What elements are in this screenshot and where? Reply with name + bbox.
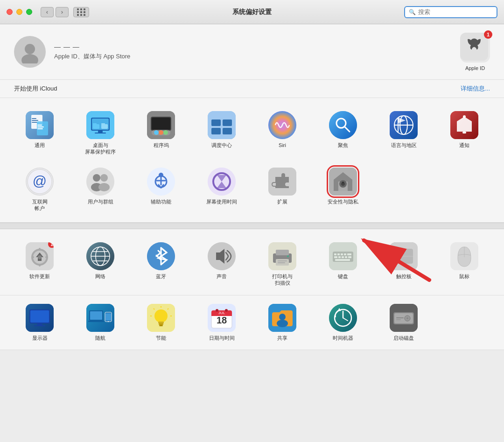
pref-grid-row1: 通用 桌面与 屏幕保护程序	[9, 107, 495, 159]
svg-rect-95	[278, 262, 285, 263]
svg-line-133	[168, 309, 168, 309]
pref-item-timemachine[interactable]: 时间机器	[313, 300, 373, 345]
apple-id-info: — — — Apple ID、媒体与 App Store	[54, 43, 130, 61]
svg-rect-103	[347, 253, 351, 255]
section-divider	[0, 223, 504, 229]
svg-rect-5	[32, 118, 36, 119]
svg-rect-32	[223, 128, 232, 134]
language-icon	[390, 111, 418, 139]
pref-item-internet[interactable]: @ 互联网 帐户	[9, 164, 70, 216]
pref-item-desktop[interactable]: 桌面与 屏幕保护程序	[70, 107, 131, 159]
screentime-icon	[208, 168, 236, 196]
pref-item-dock[interactable]: 程序坞	[131, 107, 191, 159]
back-button[interactable]: ‹	[41, 7, 54, 17]
svg-text:18: 18	[217, 315, 227, 325]
pref-grid-row2: @ 互联网 帐户 用户与群组	[9, 164, 495, 216]
svg-point-51	[98, 183, 110, 191]
pref-item-notifications[interactable]: 通知	[434, 107, 495, 159]
svg-rect-117	[30, 310, 49, 323]
pref-item-mouse[interactable]: 鼠标	[434, 239, 495, 290]
pref-item-softwareupdate[interactable]: 1 软件更新	[9, 239, 70, 290]
bluetooth-label: 蓝牙	[156, 273, 166, 280]
energy-icon	[147, 304, 175, 332]
svg-text:JUL: JUL	[218, 311, 225, 315]
svg-rect-29	[211, 119, 221, 126]
pref-item-mission[interactable]: 调度中心	[191, 107, 252, 159]
svg-point-0	[25, 44, 35, 54]
displays-icon	[26, 304, 54, 332]
pref-item-keyboard[interactable]: 键盘	[313, 239, 373, 290]
forward-button[interactable]: ›	[56, 7, 69, 17]
svg-point-47	[86, 168, 114, 196]
icloud-detail-link[interactable]: 详细信息...	[461, 84, 490, 93]
apple-id-banner: — — — Apple ID、媒体与 App Store 1 Apple ID	[0, 24, 504, 80]
pref-item-accessibility[interactable]: 辅助功能	[131, 164, 191, 216]
pref-item-general[interactable]: 通用	[9, 107, 70, 159]
pref-item-network[interactable]: 网络	[70, 239, 131, 290]
siri-label: Siri	[279, 142, 286, 148]
svg-rect-129	[158, 322, 164, 323]
svg-point-126	[108, 321, 109, 322]
dock-label: 程序坞	[154, 142, 169, 148]
mouse-label: 鼠标	[459, 273, 469, 280]
svg-rect-107	[345, 256, 347, 258]
displays-label: 显示器	[32, 335, 48, 341]
datetime-icon: JUL 18	[208, 304, 236, 332]
security-icon	[329, 168, 357, 196]
pref-item-extensions[interactable]: 扩展	[252, 164, 313, 216]
sharing-icon	[268, 304, 296, 332]
search-icon: 🔍	[409, 9, 416, 15]
svg-point-27	[163, 130, 168, 135]
nav-buttons: ‹ ›	[41, 7, 69, 17]
svg-rect-92	[276, 250, 289, 255]
apple-id-button[interactable]: 1 Apple ID	[460, 33, 490, 71]
sharing-label: 共享	[277, 335, 287, 341]
pref-item-displays[interactable]: 显示器	[9, 300, 70, 345]
svg-rect-109	[335, 259, 350, 261]
pref-item-energy[interactable]: 节能	[131, 300, 191, 345]
maximize-button[interactable]	[26, 9, 32, 15]
pref-item-datetime[interactable]: JUL 18 日期与时间	[191, 300, 252, 345]
svg-rect-158	[396, 317, 404, 318]
search-box[interactable]: 🔍	[404, 6, 497, 18]
pref-item-siri[interactable]: Siri	[252, 107, 313, 159]
pref-item-sound[interactable]: 声音	[191, 239, 252, 290]
search-input[interactable]	[418, 8, 493, 15]
pref-item-startup[interactable]: 启动磁盘	[373, 300, 434, 345]
siri-icon	[268, 111, 296, 139]
close-button[interactable]	[7, 9, 13, 15]
window-title: 系统偏好设置	[232, 8, 272, 16]
accessibility-label: 辅助功能	[151, 198, 171, 205]
svg-point-157	[406, 317, 408, 319]
pref-item-printers[interactable]: 打印机与 扫描仪	[252, 239, 313, 290]
svg-rect-19	[98, 131, 103, 133]
svg-rect-30	[223, 119, 232, 126]
pref-item-screentime[interactable]: 屏幕使用时间	[191, 164, 252, 216]
datetime-label: 日期与时间	[209, 335, 235, 341]
avatar	[14, 36, 46, 68]
minimize-button[interactable]	[16, 9, 22, 15]
svg-point-50	[100, 174, 108, 182]
svg-rect-108	[348, 256, 351, 258]
pref-item-trackpad[interactable]: 触控板	[373, 239, 434, 290]
sound-icon	[208, 242, 236, 270]
pref-item-bluetooth[interactable]: 蓝牙	[131, 239, 191, 290]
pref-item-users[interactable]: 用户与群组	[70, 164, 131, 216]
svg-rect-131	[159, 325, 163, 326]
pref-item-handoff[interactable]: 随航	[70, 300, 131, 345]
pref-item-sharing[interactable]: 共享	[252, 300, 313, 345]
svg-rect-106	[342, 256, 344, 258]
energy-label: 节能	[156, 335, 166, 341]
handoff-icon	[86, 304, 114, 332]
pref-item-spotlight[interactable]: 聚焦	[313, 107, 373, 159]
pref-item-language[interactable]: 语言与地区	[373, 107, 434, 159]
grid-view-button[interactable]	[73, 7, 89, 17]
internet-icon: @	[26, 168, 54, 196]
sound-label: 声音	[217, 273, 227, 280]
svg-rect-125	[105, 313, 111, 321]
general-icon	[26, 111, 54, 139]
svg-rect-31	[211, 128, 221, 134]
svg-rect-130	[159, 323, 163, 325]
language-label: 语言与地区	[391, 142, 417, 148]
pref-item-security[interactable]: 安全性与隐私	[313, 164, 373, 216]
